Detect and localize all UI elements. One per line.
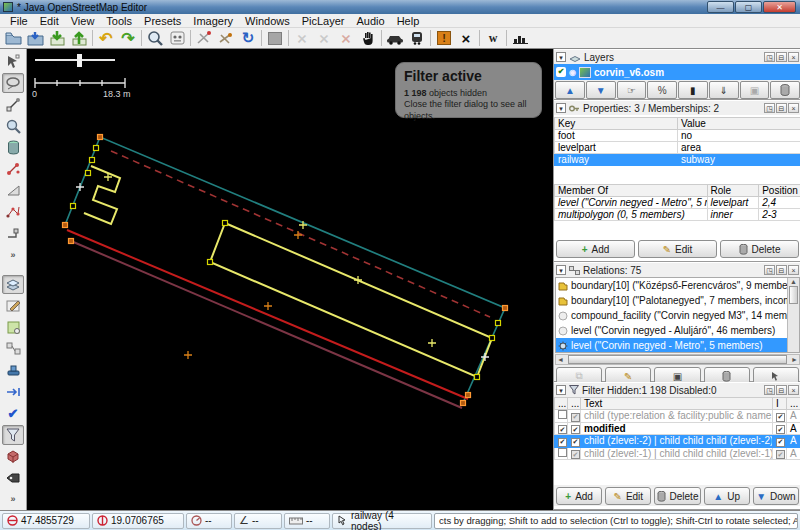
toggle-conflict-dialog[interactable] xyxy=(2,447,24,466)
layer-item[interactable]: ✔ ◉ corvin_v6.osm xyxy=(554,64,800,80)
pan-button[interactable] xyxy=(357,29,379,48)
open-button[interactable] xyxy=(2,29,24,48)
toggle-layers-dialog[interactable] xyxy=(2,275,24,295)
way-dashed-maroon[interactable] xyxy=(111,151,490,317)
table-row[interactable]: footno xyxy=(555,130,800,142)
horizontal-scrollbar[interactable]: ◄► xyxy=(555,354,800,365)
redo-button[interactable]: ↷ xyxy=(117,29,139,48)
tool-draw-node[interactable] xyxy=(2,95,24,114)
filter-row-selected[interactable]: child (zlevel:-2) | child child child (z… xyxy=(555,435,800,448)
sticky-icon[interactable]: ◳ xyxy=(764,385,775,395)
unglue-button-2[interactable]: ⨯ xyxy=(313,29,335,48)
tools-overflow[interactable]: » xyxy=(2,245,24,264)
collapse-icon[interactable]: ▾ xyxy=(556,103,566,113)
tool-lasso[interactable] xyxy=(2,73,24,93)
tool-delete[interactable] xyxy=(2,138,24,157)
layer-activate-button[interactable]: ☞ xyxy=(617,81,647,99)
checkbox-checked[interactable] xyxy=(776,425,785,434)
way-outline-teal[interactable] xyxy=(65,137,505,403)
toggle-filter-dialog[interactable] xyxy=(2,425,24,445)
close-icon[interactable]: × xyxy=(788,103,799,113)
list-item[interactable]: boundary[10] ("Középső-Ferencváros", 9 m… xyxy=(556,278,789,293)
toggle-mappaint-dialog[interactable] xyxy=(2,296,24,315)
toggle-relations-dialog[interactable] xyxy=(2,339,24,358)
close-icon[interactable]: × xyxy=(788,52,799,62)
filter-row[interactable]: child (zlevel:-1) | child child child (z… xyxy=(555,447,800,460)
zoom-to-selection-button[interactable] xyxy=(144,29,166,48)
checkbox-checked[interactable] xyxy=(776,450,785,459)
visibility-eye-icon[interactable]: ◉ xyxy=(569,68,576,77)
position-header[interactable]: Position xyxy=(759,185,800,197)
menu-tools[interactable]: Tools xyxy=(100,15,138,27)
toggle-tags-dialog[interactable] xyxy=(2,468,24,487)
histogram-button[interactable] xyxy=(509,29,531,48)
preferences-button[interactable] xyxy=(166,29,188,48)
layer-down-button[interactable]: ▼ xyxy=(586,81,616,99)
zoom-slider[interactable] xyxy=(35,54,115,67)
menu-presets[interactable]: Presets xyxy=(138,15,187,27)
sticky-icon[interactable]: ◳ xyxy=(764,265,775,275)
collapse-icon[interactable]: ▾ xyxy=(556,52,566,62)
toggle-changeset-dialog[interactable] xyxy=(2,318,24,337)
wiki-help-button[interactable]: w xyxy=(482,29,504,48)
menu-help[interactable]: Help xyxy=(391,15,426,27)
add-filter-button[interactable]: +Add xyxy=(556,487,602,505)
toggles-overflow[interactable]: » xyxy=(2,490,24,509)
undo-button[interactable]: ↶ xyxy=(95,29,117,48)
list-item[interactable]: level ("Corvin negyed - Aluljáró", 46 me… xyxy=(556,323,789,338)
way-red[interactable] xyxy=(67,230,468,399)
dock-icon[interactable]: ⊟ xyxy=(776,52,787,62)
save-button[interactable] xyxy=(24,29,46,48)
filter-col-inverted[interactable]: I xyxy=(773,398,787,410)
menu-piclayer[interactable]: PicLayer xyxy=(296,15,351,27)
toggle-selection-dialog[interactable] xyxy=(2,361,24,380)
wireframe-style-button[interactable] xyxy=(193,29,215,48)
filter-col-text[interactable]: Text xyxy=(581,398,773,410)
table-row[interactable]: levelpartarea xyxy=(555,142,800,154)
list-item[interactable]: compound_facility ("Corvin negyed M3", 1… xyxy=(556,308,789,323)
layer-merge-button[interactable]: ⇓ xyxy=(709,81,739,99)
sticky-icon[interactable]: ◳ xyxy=(764,52,775,62)
vertical-scrollbar[interactable]: ▲ xyxy=(787,278,799,353)
node-markers[interactable] xyxy=(71,146,501,380)
member-of-header[interactable]: Member Of xyxy=(555,185,708,197)
dock-icon[interactable]: ⊟ xyxy=(776,385,787,395)
style-settings-button[interactable] xyxy=(215,29,237,48)
role-header[interactable]: Role xyxy=(707,185,759,197)
map-canvas[interactable]: 0 18.3 m xyxy=(27,49,553,510)
table-row[interactable]: level ("Corvin negyed - Metro", 5 member… xyxy=(555,197,800,209)
list-item[interactable]: boundary[10] ("Palotanegyed", 7 members,… xyxy=(556,293,789,308)
sticky-icon[interactable]: ◳ xyxy=(764,103,775,113)
tags-key-header[interactable]: Key xyxy=(555,118,678,130)
tool-measure[interactable] xyxy=(2,181,24,200)
tagged-node-markers[interactable] xyxy=(63,135,508,406)
checkbox-checked[interactable] xyxy=(571,450,580,459)
checkbox-unchecked[interactable] xyxy=(558,410,567,419)
tool-select[interactable] xyxy=(2,52,24,71)
checkbox-checked[interactable] xyxy=(558,425,567,434)
menu-view[interactable]: View xyxy=(65,15,101,27)
filter-col-mode[interactable]: ... xyxy=(787,398,800,410)
layer-visibility-button[interactable]: % xyxy=(647,81,677,99)
layer-duplicate-button[interactable]: ▣ xyxy=(740,81,770,99)
table-row-selected[interactable]: railwaysubway xyxy=(555,154,800,166)
layer-marker-button[interactable]: ▮ xyxy=(678,81,708,99)
toggle-parallel-dialog[interactable] xyxy=(2,382,24,401)
dock-icon[interactable]: ⊟ xyxy=(776,103,787,113)
close-icon[interactable]: × xyxy=(788,385,799,395)
filter-col-hiding[interactable]: ... xyxy=(568,398,581,410)
checkbox-checked[interactable] xyxy=(776,438,785,447)
upload-button[interactable] xyxy=(68,29,90,48)
list-item-selected[interactable]: level ("Corvin negyed - Metro", 5 member… xyxy=(556,338,789,353)
layer-up-button[interactable]: ▲ xyxy=(555,81,585,99)
checkbox-checked[interactable] xyxy=(558,438,567,447)
checkbox-checked[interactable] xyxy=(571,438,580,447)
filter-row[interactable]: modified A xyxy=(555,422,800,435)
checkbox-checked[interactable] xyxy=(776,413,785,422)
toggle-validator-dialog[interactable]: ✔ xyxy=(2,404,24,423)
refresh-button[interactable]: ↻ xyxy=(237,29,259,48)
warning-button[interactable]: ! xyxy=(433,29,455,48)
filter-active-notification[interactable]: Filter active 1 198 objects hidden Close… xyxy=(395,62,542,118)
close-icon[interactable]: × xyxy=(788,265,799,275)
tool-zoom[interactable] xyxy=(2,117,24,136)
